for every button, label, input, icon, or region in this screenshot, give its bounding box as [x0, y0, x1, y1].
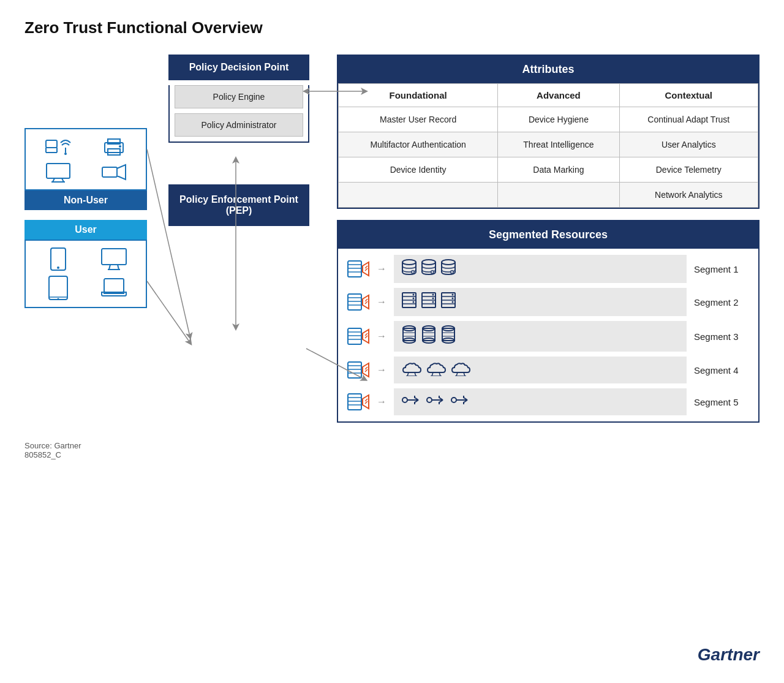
- table-row: Network Analytics: [339, 183, 758, 208]
- svg-rect-61: [348, 328, 361, 344]
- arrow-4: →: [377, 364, 386, 375]
- tablet2-icon: [32, 275, 84, 301]
- svg-point-32: [422, 260, 435, 265]
- attributes-header: Attributes: [338, 56, 758, 83]
- segment-2-icons: [394, 288, 687, 316]
- tv-icon: [32, 161, 84, 183]
- cell-threat-intel: Threat Intelligence: [498, 132, 619, 157]
- svg-rect-10: [47, 164, 70, 178]
- tablet-icon: [32, 247, 84, 271]
- source-text: Source: Gartner: [24, 441, 760, 450]
- db-icon-3: [440, 258, 456, 279]
- non-user-devices-box: [24, 128, 147, 191]
- svg-point-59: [452, 298, 454, 300]
- svg-point-5: [64, 153, 67, 155]
- svg-point-103: [427, 398, 432, 402]
- attributes-box: Attributes Foundational Advanced Context…: [337, 55, 760, 209]
- arrow-3: →: [377, 331, 386, 342]
- svg-rect-18: [102, 249, 126, 265]
- segment-3-icons: [394, 321, 687, 352]
- segment-4-icons: [394, 357, 687, 383]
- non-user-label: Non-User: [24, 191, 147, 210]
- svg-point-9: [119, 145, 121, 148]
- cell-empty1: [339, 183, 498, 208]
- cell-user-analytics: User Analytics: [619, 132, 758, 157]
- firewall-2-icon: [347, 293, 369, 311]
- firewall-3-icon: [347, 327, 369, 345]
- cloud-icon-2: [426, 360, 447, 380]
- svg-line-116: [147, 281, 190, 342]
- arrow-5: →: [377, 396, 386, 407]
- arrow-1: →: [377, 263, 386, 274]
- svg-marker-15: [117, 165, 126, 179]
- svg-rect-25: [104, 279, 124, 292]
- cloud-icon-3: [450, 360, 471, 380]
- svg-point-97: [402, 398, 407, 402]
- svg-point-60: [452, 301, 454, 303]
- svg-point-52: [432, 298, 434, 300]
- svg-rect-93: [348, 394, 361, 410]
- pdp-body: Policy Engine Policy Administrator: [168, 85, 309, 143]
- svg-rect-36: [348, 294, 361, 310]
- cell-data-marking: Data Marking: [498, 157, 619, 183]
- firewall-4-icon: [347, 361, 369, 379]
- cell-device-identity: Device Identity: [339, 157, 498, 183]
- segment-2-label: Segment 2: [694, 297, 749, 308]
- segment-5-label: Segment 5: [694, 397, 749, 407]
- svg-point-34: [442, 260, 455, 265]
- pdp-title: Policy Decision Point: [168, 55, 309, 80]
- net-icon-3: [450, 392, 471, 412]
- user-label: User: [24, 220, 147, 240]
- cell-device-telemetry: Device Telemetry: [619, 157, 758, 183]
- segment-rows: → Segment 1: [338, 249, 758, 421]
- firewall-1-icon: [347, 260, 369, 278]
- policy-engine: Policy Engine: [175, 85, 303, 108]
- segment-4-label: Segment 4: [694, 365, 749, 375]
- monitor-icon: [88, 247, 140, 271]
- footer: Source: Gartner 805852_C: [24, 441, 760, 459]
- segment-3-label: Segment 3: [694, 331, 749, 342]
- pep-title: Policy Enforcement Point (PEP): [168, 184, 309, 226]
- server-icon-2: [421, 292, 437, 312]
- middle-section: Policy Decision Point Policy Engine Poli…: [159, 55, 318, 226]
- db-icon-2: [421, 258, 437, 279]
- net-icon-2: [426, 392, 447, 412]
- arrow-2: →: [377, 296, 386, 308]
- right-section: Attributes Foundational Advanced Context…: [337, 55, 760, 423]
- svg-point-45: [413, 298, 415, 300]
- svg-point-46: [413, 301, 415, 303]
- server-icon-1: [401, 292, 417, 312]
- pdp-section: Policy Decision Point Policy Engine Poli…: [168, 55, 309, 143]
- svg-point-30: [402, 260, 416, 265]
- svg-point-58: [452, 294, 454, 296]
- segment-1-row: → Segment 1: [347, 255, 749, 283]
- segment-1-icons: [394, 255, 687, 283]
- svg-point-17: [57, 266, 59, 269]
- svg-rect-14: [102, 167, 117, 177]
- svg-point-53: [432, 301, 434, 303]
- page-title: Zero Trust Functional Overview: [24, 18, 760, 37]
- col-contextual: Contextual: [619, 84, 758, 107]
- left-section: Non-User User: [24, 128, 147, 308]
- cloud-icon-1: [401, 360, 422, 380]
- cell-empty2: [498, 183, 619, 208]
- server-icon-3: [440, 292, 456, 312]
- db-icon-1: [401, 258, 417, 279]
- segment-3-row: → Segment 3: [347, 321, 749, 352]
- svg-point-109: [451, 398, 456, 402]
- user-devices-box: [24, 240, 147, 308]
- segment-4-row: → Segment 4: [347, 357, 749, 383]
- segment-1-label: Segment 1: [694, 264, 749, 274]
- attributes-table: Foundational Advanced Contextual Master …: [338, 83, 758, 208]
- svg-rect-22: [49, 276, 67, 300]
- svg-point-44: [413, 294, 415, 296]
- table-row: Master User Record Device Hygiene Contin…: [339, 107, 758, 132]
- segmented-resources-box: Segmented Resources →: [337, 220, 760, 423]
- net-icon-1: [401, 392, 422, 412]
- segment-5-row: → Segment 5: [347, 388, 749, 415]
- firewall-5-icon: [347, 393, 369, 411]
- svg-line-20: [118, 265, 119, 270]
- svg-line-19: [109, 265, 110, 270]
- code-text: 805852_C: [24, 450, 760, 459]
- segment-5-icons: [394, 388, 687, 415]
